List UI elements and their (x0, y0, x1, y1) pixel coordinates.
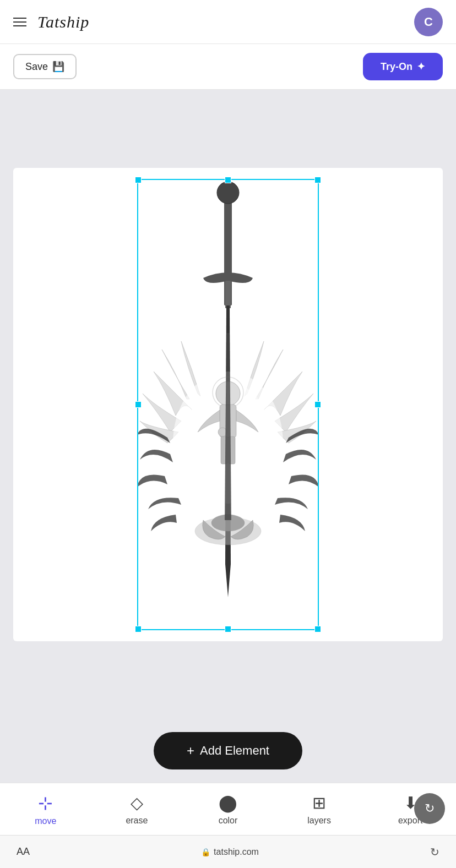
svg-rect-2 (225, 281, 231, 308)
erase-icon: ◇ (131, 795, 143, 811)
floating-action-button[interactable]: ↻ (414, 793, 445, 824)
reload-icon[interactable]: ↻ (430, 845, 439, 859)
url-text: tatship.com (214, 847, 259, 857)
add-element-button[interactable]: + Add Element (154, 732, 302, 769)
add-element-section: + Add Element (0, 719, 456, 783)
tool-color[interactable]: ⬤ color (200, 795, 256, 826)
app-title: Tatship (37, 13, 89, 31)
avatar[interactable]: C (414, 8, 443, 36)
app-header: Tatship C (0, 0, 456, 44)
svg-point-1 (217, 182, 239, 204)
svg-marker-15 (225, 333, 231, 520)
tattoo-art (137, 179, 319, 630)
layers-icon: ⊞ (312, 795, 326, 811)
tool-erase[interactable]: ◇ erase (109, 795, 164, 826)
svg-marker-4 (225, 564, 231, 597)
tool-move[interactable]: ⊹ move (18, 794, 73, 826)
save-button[interactable]: Save 💾 (13, 54, 77, 79)
move-label: move (35, 816, 56, 826)
browser-aa[interactable]: AA (17, 846, 30, 858)
selection-container (137, 179, 319, 630)
erase-label: erase (126, 816, 148, 826)
floating-btn-icon: ↻ (425, 801, 435, 816)
save-label: Save (25, 61, 48, 73)
add-element-label: Add Element (200, 744, 269, 758)
color-icon: ⬤ (219, 795, 237, 811)
browser-url: 🔒 tatship.com (201, 847, 259, 857)
menu-icon[interactable] (13, 18, 26, 26)
try-on-button[interactable]: Try-On ✦ (363, 53, 443, 80)
save-icon: 💾 (52, 61, 64, 73)
header-left: Tatship (13, 13, 89, 31)
bottom-toolbar: ⊹ move ◇ erase ⬤ color ⊞ layers ⬇ export (0, 783, 456, 835)
browser-bottom-bar: AA 🔒 tatship.com ↻ (0, 835, 456, 868)
bottom-section: ⊹ move ◇ erase ⬤ color ⊞ layers ⬇ export… (0, 783, 456, 868)
plus-icon: + (187, 743, 194, 758)
tool-layers[interactable]: ⊞ layers (292, 795, 347, 826)
canvas-area (0, 90, 456, 719)
toolbar-row: Save 💾 Try-On ✦ (0, 44, 456, 90)
try-on-icon: ✦ (417, 61, 425, 73)
canvas-inner[interactable] (13, 168, 443, 641)
lock-icon: 🔒 (201, 848, 210, 856)
layers-label: layers (307, 816, 331, 826)
try-on-label: Try-On (381, 61, 412, 73)
move-icon: ⊹ (38, 794, 53, 812)
color-label: color (219, 816, 238, 826)
